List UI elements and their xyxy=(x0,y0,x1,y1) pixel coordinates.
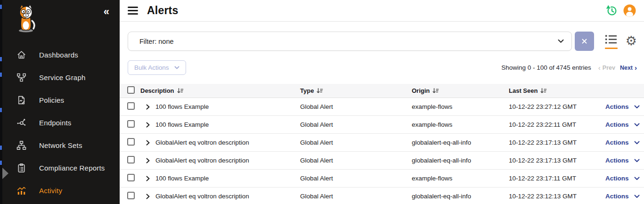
alert-type: Global Alert xyxy=(300,139,412,146)
sidebar-item-endpoints[interactable]: Endpoints xyxy=(2,111,120,134)
bulk-actions-button[interactable]: Bulk Actions xyxy=(128,60,186,75)
prev-page-button[interactable]: ‹ Prev xyxy=(598,64,615,71)
expand-row-icon[interactable] xyxy=(146,176,150,181)
alert-type: Global Alert xyxy=(300,157,412,164)
alert-description: GlobalAlert eq voltron description xyxy=(155,139,249,146)
sort-icon xyxy=(540,88,547,94)
sidebar-item-label: Dashboards xyxy=(39,51,78,59)
table-row: 100 flows Example Global Alert example-f… xyxy=(120,116,644,134)
alert-last-seen: 10-12-22 23:27:12 GMT xyxy=(509,103,605,110)
activity-icon xyxy=(16,185,27,196)
alert-description: 100 flows Example xyxy=(155,175,209,182)
alert-last-seen: 10-12-22 23:17:11 GMT xyxy=(509,175,605,182)
sidebar-collapse-button[interactable]: « xyxy=(103,6,110,18)
list-view-button[interactable] xyxy=(605,34,618,49)
row-actions-button[interactable]: Actions xyxy=(605,157,644,164)
alert-description: GlobalAlert eq voltron description xyxy=(155,193,249,200)
table-row: GlobalAlert eq voltron description Globa… xyxy=(120,188,644,204)
active-view-underline xyxy=(605,48,618,49)
row-actions-button[interactable]: Actions xyxy=(605,121,644,128)
sidebar-wedge xyxy=(2,168,8,179)
settings-button[interactable]: ⚙ xyxy=(626,35,637,47)
row-checkbox[interactable] xyxy=(127,138,135,146)
table-row: 100 flows Example Global Alert example-f… xyxy=(120,98,644,116)
table-row: GlobalAlert eq voltron description Globa… xyxy=(120,152,644,170)
chevron-right-icon: › xyxy=(635,64,637,71)
app-window: « Dashboards Service Gr xyxy=(0,0,644,204)
column-header-type[interactable]: Type xyxy=(300,87,323,94)
alert-origin: example-flows xyxy=(412,121,509,128)
sidebar: « Dashboards Service Gr xyxy=(2,0,120,204)
expand-row-icon[interactable] xyxy=(146,194,150,199)
chevron-down-icon xyxy=(174,66,179,70)
row-actions-button[interactable]: Actions xyxy=(605,175,644,182)
pagination-summary: Showing 0 - 100 of 4745 entries xyxy=(501,64,591,71)
home-icon xyxy=(16,49,27,60)
row-actions-button[interactable]: Actions xyxy=(605,139,644,146)
table-toolbar: Bulk Actions Showing 0 - 100 of 4745 ent… xyxy=(120,51,644,75)
chevron-down-icon xyxy=(634,159,640,163)
close-icon xyxy=(581,38,587,44)
column-header-last-seen[interactable]: Last Seen xyxy=(509,87,547,94)
history-icon xyxy=(605,4,618,17)
alert-type: Global Alert xyxy=(300,121,412,128)
alert-origin: globalalert-eq-all-info xyxy=(412,139,509,146)
sidebar-item-partial[interactable] xyxy=(2,202,120,204)
chevron-down-icon xyxy=(634,123,640,127)
user-avatar-icon xyxy=(623,4,636,17)
table-row: GlobalAlert eq voltron description Globa… xyxy=(120,134,644,152)
pagination-controls: ‹ Prev Next › xyxy=(598,64,637,71)
row-checkbox[interactable] xyxy=(127,120,135,128)
sidebar-item-activity[interactable]: Activity xyxy=(2,179,120,202)
expand-row-icon[interactable] xyxy=(146,122,150,128)
sidebar-item-dashboards[interactable]: Dashboards xyxy=(2,43,120,66)
sidebar-item-compliance-reports[interactable]: Compliance Reports xyxy=(2,156,120,179)
sidebar-item-label: Service Graph xyxy=(39,73,85,82)
alert-description: 100 flows Example xyxy=(155,121,209,128)
user-menu-button[interactable] xyxy=(622,3,637,18)
row-checkbox[interactable] xyxy=(127,174,135,181)
table-row: 100 flows Example Global Alert example-f… xyxy=(120,170,644,188)
sidebar-item-network-sets[interactable]: Network Sets xyxy=(2,134,120,156)
sidebar-item-label: Activity xyxy=(39,187,62,195)
alert-type: Global Alert xyxy=(300,175,412,182)
select-all-checkbox[interactable] xyxy=(127,86,135,94)
sidebar-item-label: Compliance Reports xyxy=(39,164,105,172)
row-actions-button[interactable]: Actions xyxy=(605,193,644,200)
calico-logo xyxy=(2,0,120,37)
chevron-down-icon xyxy=(634,141,640,145)
gear-icon: ⚙ xyxy=(626,35,637,47)
endpoints-icon xyxy=(16,117,27,128)
history-button[interactable] xyxy=(604,3,619,18)
row-checkbox[interactable] xyxy=(127,192,135,199)
sort-icon xyxy=(317,88,323,94)
menu-toggle-icon[interactable] xyxy=(128,7,139,15)
table-header-row: Description Type Origin Last Seen xyxy=(120,84,644,98)
row-actions-button[interactable]: Actions xyxy=(605,103,644,110)
sidebar-item-policies[interactable]: Policies xyxy=(2,89,120,111)
filter-select-value: Filter: none xyxy=(139,38,174,45)
service-graph-icon xyxy=(16,72,27,82)
column-header-description[interactable]: Description xyxy=(140,87,184,94)
sort-icon xyxy=(177,88,184,94)
list-view-icon xyxy=(605,34,617,44)
chevron-down-icon xyxy=(634,105,640,109)
policies-icon xyxy=(16,95,27,105)
main-content: Alerts xyxy=(120,0,644,204)
alert-origin: example-flows xyxy=(412,103,509,110)
alert-description: GlobalAlert eq voltron description xyxy=(155,157,249,164)
row-checkbox[interactable] xyxy=(127,102,135,110)
filter-select[interactable]: Filter: none xyxy=(128,32,572,51)
row-checkbox[interactable] xyxy=(127,156,135,163)
sidebar-nav: Dashboards Service Graph xyxy=(2,43,120,204)
next-page-button[interactable]: Next › xyxy=(620,64,637,71)
sidebar-item-label: Policies xyxy=(39,96,64,104)
alert-last-seen: 10-12-22 23:22:11 GMT xyxy=(509,121,605,128)
sidebar-item-service-graph[interactable]: Service Graph xyxy=(2,66,120,89)
expand-row-icon[interactable] xyxy=(146,140,150,146)
expand-row-icon[interactable] xyxy=(146,104,150,110)
column-header-origin[interactable]: Origin xyxy=(412,87,439,94)
clear-filter-button[interactable] xyxy=(575,32,594,51)
alert-last-seen: 10-12-22 23:12:13 GMT xyxy=(509,193,605,200)
expand-row-icon[interactable] xyxy=(146,158,150,163)
